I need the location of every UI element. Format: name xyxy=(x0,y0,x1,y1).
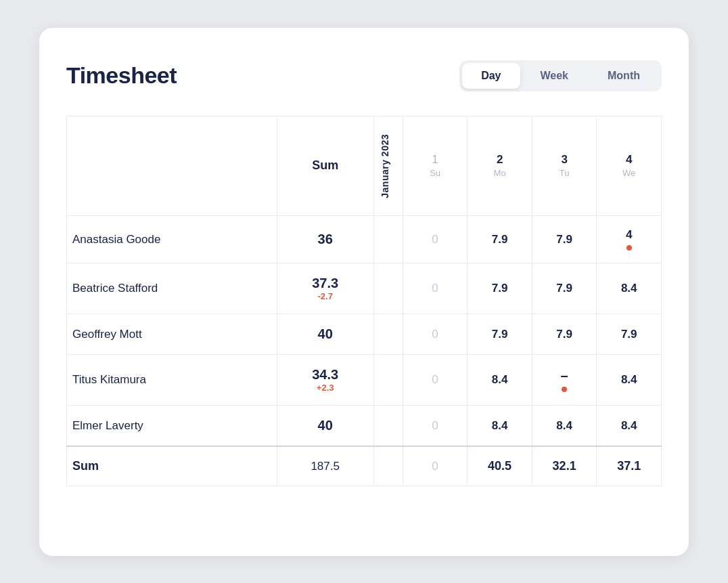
month-col-header: January 2023 xyxy=(373,116,403,216)
toggle-day[interactable]: Day xyxy=(462,63,520,89)
table-row: Anastasia Goode3607.97.94 xyxy=(67,216,662,263)
sum-cell: 37.3-2.7 xyxy=(277,263,373,314)
day-cell: 8.4 xyxy=(468,406,532,447)
timesheet-card: Timesheet Day Week Month Sum January 202… xyxy=(39,28,689,556)
employee-name: Beatrice Stafford xyxy=(67,263,277,314)
table-row: Titus Kitamura34.3+2.308.4–8.4 xyxy=(67,355,662,406)
month-sep xyxy=(373,263,403,314)
sum-day-cell: 0 xyxy=(403,446,468,486)
month-sep xyxy=(373,355,403,406)
day-col-1: 1 Su xyxy=(403,116,468,216)
day-cell: 0 xyxy=(403,263,468,314)
table-row: Geoffrey Mott4007.97.97.9 xyxy=(67,314,662,355)
toggle-week[interactable]: Week xyxy=(522,63,588,89)
view-toggle: Day Week Month xyxy=(459,60,662,91)
employee-name: Anastasia Goode xyxy=(67,216,277,263)
month-label: January 2023 xyxy=(380,126,390,207)
sum-day-cell: 37.1 xyxy=(597,446,662,486)
day-cell: 7.9 xyxy=(532,263,597,314)
day-cell: 0 xyxy=(403,314,468,355)
day-col-2: 2 Mo xyxy=(468,116,532,216)
day-cell: 0 xyxy=(403,216,468,263)
month-sep xyxy=(373,406,403,447)
month-sep xyxy=(373,216,403,263)
day-cell: 8.4 xyxy=(532,406,597,447)
sum-month-sep xyxy=(373,446,403,486)
sum-row-label: Sum xyxy=(67,446,277,486)
sum-day-cell: 32.1 xyxy=(532,446,597,486)
day-cell: 7.9 xyxy=(597,314,662,355)
timesheet-table: Sum January 2023 1 Su 2 Mo 3 Tu 4 xyxy=(66,116,662,487)
day-cell: 7.9 xyxy=(468,314,532,355)
employee-name: Titus Kitamura xyxy=(67,355,277,406)
day-cell: 0 xyxy=(403,406,468,447)
sum-cell: 34.3+2.3 xyxy=(277,355,373,406)
day-cell: 8.4 xyxy=(597,355,662,406)
table-row: Elmer Laverty4008.48.48.4 xyxy=(67,406,662,447)
day-cell: 7.9 xyxy=(532,314,597,355)
sum-cell: 36 xyxy=(277,216,373,263)
toggle-month[interactable]: Month xyxy=(589,63,659,89)
sum-col-header: Sum xyxy=(277,116,373,216)
employee-name: Geoffrey Mott xyxy=(67,314,277,355)
day-cell: 7.9 xyxy=(468,263,532,314)
day-cell: 8.4 xyxy=(468,355,532,406)
name-col-header xyxy=(67,116,277,216)
sum-day-cell: 40.5 xyxy=(468,446,532,486)
sum-cell: 40 xyxy=(277,406,373,447)
table-header-row: Sum January 2023 1 Su 2 Mo 3 Tu 4 xyxy=(67,116,662,216)
day-col-3: 3 Tu xyxy=(532,116,597,216)
day-cell: 8.4 xyxy=(597,263,662,314)
day-cell: 7.9 xyxy=(468,216,532,263)
day-col-4: 4 We xyxy=(597,116,662,216)
header: Timesheet Day Week Month xyxy=(66,60,662,91)
day-cell: 8.4 xyxy=(597,406,662,447)
month-sep xyxy=(373,314,403,355)
sum-row: Sum187.5040.532.137.1 xyxy=(67,446,662,486)
table-row: Beatrice Stafford37.3-2.707.97.98.4 xyxy=(67,263,662,314)
employee-name: Elmer Laverty xyxy=(67,406,277,447)
day-cell: – xyxy=(532,355,597,406)
day-cell: 4 xyxy=(597,216,662,263)
page-title: Timesheet xyxy=(66,62,177,89)
sum-row-total: 187.5 xyxy=(277,446,373,486)
sum-cell: 40 xyxy=(277,314,373,355)
day-cell: 7.9 xyxy=(532,216,597,263)
day-cell: 0 xyxy=(403,355,468,406)
